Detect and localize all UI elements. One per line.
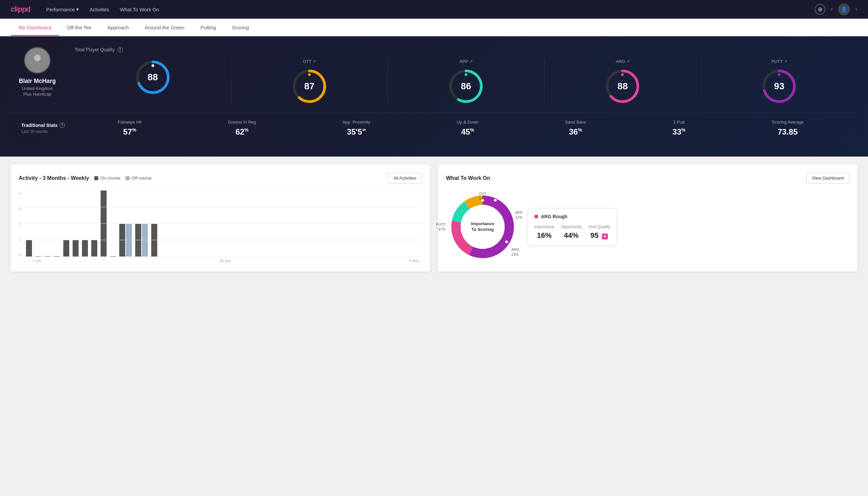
- stat-up-down: Up & Down 45%: [457, 120, 479, 137]
- score-card-total: 88: [75, 59, 231, 105]
- bar-on-course: [135, 223, 141, 257]
- tab-approach[interactable]: Approach: [99, 19, 137, 36]
- bar-group: [91, 240, 97, 257]
- total-ring: 88: [135, 59, 171, 96]
- app-label: APP ↗: [460, 59, 473, 64]
- bar-on-course: [63, 240, 69, 257]
- nav-what-to-work-on[interactable]: What To Work On: [120, 7, 159, 12]
- nav-performance[interactable]: Performance ▾: [46, 6, 79, 12]
- nav-links: Performance ▾ Activities What To Work On: [46, 6, 815, 12]
- what-to-work-card: What To Work On View Dashboard: [438, 165, 857, 272]
- stat-fairways-hit-value: 57%: [118, 127, 142, 137]
- chart-legend: On course Off course: [94, 175, 152, 181]
- user-avatar-button[interactable]: 👤: [838, 3, 850, 15]
- hero-section: Blair McHarg United Kingdom Plus Handica…: [0, 36, 868, 157]
- ott-ring: 87: [291, 68, 328, 105]
- y-axis-labels: 4 3 2 1 0: [19, 190, 21, 257]
- stat-sand-save: Sand Save 36%: [565, 120, 586, 137]
- tab-my-dashboard[interactable]: My Dashboard: [11, 19, 59, 36]
- bar-on-course: [73, 240, 79, 257]
- ott-score-value: 87: [304, 81, 314, 92]
- bars-container: [23, 190, 422, 257]
- hero-top: Blair McHarg United Kingdom Plus Handica…: [11, 47, 857, 105]
- bar-on-course: [35, 256, 41, 257]
- tab-around-the-green[interactable]: Around the Green: [137, 19, 192, 36]
- stat-greens-in-reg-label: Greens In Reg: [228, 120, 256, 125]
- all-activities-button[interactable]: All Activities: [388, 173, 422, 184]
- stat-app-proximity: App. Proximity 35'5": [343, 120, 370, 137]
- on-course-dot: [94, 176, 98, 180]
- info-metric-importance: Importance 16%: [534, 224, 554, 240]
- activity-chart-title: Activity - 3 Months - Weekly On course O…: [19, 175, 152, 181]
- opportunity-value: 44%: [561, 231, 582, 240]
- add-button[interactable]: ⊕: [815, 4, 825, 15]
- bar-group: [110, 256, 116, 257]
- chart-content: 4 3 2 1 0: [19, 190, 422, 257]
- putt-donut-label: PUTT57%: [436, 222, 446, 232]
- importance-value: 16%: [534, 231, 554, 240]
- bar-group: [135, 223, 148, 257]
- bar-on-course: [110, 256, 116, 257]
- avatar-image: [29, 52, 46, 68]
- brand-logo[interactable]: clippd: [11, 5, 30, 14]
- bar-on-course: [91, 240, 97, 257]
- activity-chart-header: Activity - 3 Months - Weekly On course O…: [19, 173, 422, 184]
- top-navigation: clippd Performance ▾ Activities What To …: [0, 0, 868, 19]
- tab-scoring[interactable]: Scoring: [224, 19, 257, 36]
- legend-on-course: On course: [94, 175, 120, 181]
- svg-point-23: [505, 241, 508, 243]
- bar-group: [54, 256, 60, 257]
- stat-scoring-avg-label: Scoring Average: [772, 120, 803, 125]
- shot-quality-value: 95 ▼: [588, 231, 610, 240]
- donut-chart: ImportanceTo Scoring OTT10% APP12% ARG21…: [446, 190, 519, 263]
- info-card-dot: [534, 215, 538, 218]
- tabs-bar: My Dashboard Off the Tee Approach Around…: [0, 19, 868, 36]
- stat-1-putt-label: 1 Putt: [673, 120, 685, 125]
- info-metric-opportunity: Opportunity 44%: [561, 224, 582, 240]
- bar-on-course: [100, 190, 107, 257]
- bar-group: [73, 240, 79, 257]
- bar-on-course: [82, 240, 88, 257]
- ott-label: OTT ↗: [303, 59, 316, 64]
- activity-chart-card: Activity - 3 Months - Weekly On course O…: [11, 165, 430, 272]
- bar-group: [35, 256, 41, 257]
- view-dashboard-button[interactable]: View Dashboard: [806, 173, 849, 184]
- arg-donut-label: ARG21%: [511, 247, 519, 257]
- bar-on-course: [119, 223, 125, 257]
- stat-fairways-hit: Fairways Hit 57%: [118, 120, 142, 137]
- legend-off-course: Off course: [126, 175, 152, 181]
- stats-label-section: Traditional Stats ? Last 20 rounds: [21, 123, 75, 134]
- bar-off-course: [142, 223, 148, 257]
- profile-handicap: Plus Handicap: [23, 92, 51, 97]
- chart-wrapper: 4 3 2 1 0: [19, 190, 422, 263]
- svg-point-0: [34, 55, 41, 61]
- stats-title: Traditional Stats ?: [21, 123, 75, 128]
- info-card: ARG Rough Importance 16% Opportunity 44%…: [527, 208, 617, 246]
- bar-group: [119, 223, 132, 257]
- stat-scoring-avg: Scoring Average 73.85: [772, 120, 803, 137]
- putt-label: PUTT ↗: [771, 59, 787, 64]
- bar-group: [63, 240, 69, 257]
- app-donut-label: APP12%: [515, 210, 523, 220]
- svg-point-10: [464, 73, 467, 76]
- what-to-work-content: ImportanceTo Scoring OTT10% APP12% ARG21…: [446, 190, 849, 263]
- scores-help-icon[interactable]: ?: [117, 47, 123, 52]
- bar-group: [82, 240, 88, 257]
- arg-ring: 88: [604, 68, 641, 105]
- stats-help-icon[interactable]: ?: [60, 123, 65, 128]
- down-arrow-icon: ▼: [602, 233, 608, 239]
- off-course-dot: [126, 176, 129, 180]
- donut-center-text: ImportanceTo Scoring: [471, 221, 494, 233]
- score-card-app: APP ↗ 86: [388, 59, 544, 105]
- svg-point-4: [152, 64, 154, 67]
- profile-name: Blair McHarg: [19, 78, 56, 84]
- score-card-ott: OTT ↗ 87: [231, 59, 388, 105]
- nav-activities[interactable]: Activities: [90, 7, 109, 12]
- tab-off-the-tee[interactable]: Off the Tee: [59, 19, 99, 36]
- stat-1-putt: 1 Putt 33%: [673, 120, 685, 137]
- x-axis-labels: 7 Feb 28 Mar 9 May: [19, 259, 422, 263]
- total-score-value: 88: [147, 72, 158, 83]
- bar-on-course: [45, 256, 51, 257]
- tab-putting[interactable]: Putting: [192, 19, 224, 36]
- arg-score-value: 88: [617, 81, 628, 92]
